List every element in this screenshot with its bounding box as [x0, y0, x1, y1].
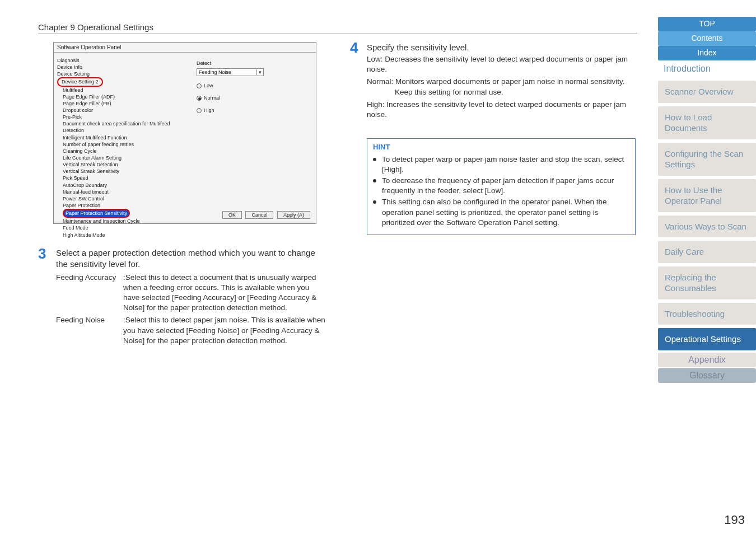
tree-item[interactable]: AutoCrop Boundary — [57, 182, 188, 189]
tree-item[interactable]: Cleaning Cycle — [57, 148, 188, 154]
tree-item-selected[interactable]: Paper Protection Sensitivity — [63, 209, 130, 218]
tree-item[interactable]: Page Edge Filler (ADF) — [57, 93, 188, 100]
radio-low[interactable]: Low — [197, 83, 310, 88]
normal-label: Normal: — [367, 77, 393, 87]
tree-item[interactable]: Manual-feed timeout — [57, 189, 188, 195]
chevron-down-icon: ▾ — [256, 69, 262, 75]
tree-device-info: Device Info — [57, 64, 188, 71]
tree-item[interactable]: Power SW Control — [57, 195, 188, 202]
settings-tree: Diagnosis Device Info Device Setting Dev… — [54, 53, 191, 201]
tree-item[interactable]: Multifeed — [57, 87, 188, 93]
apply-button[interactable]: Apply (A) — [277, 211, 310, 219]
nav-operator-panel[interactable]: How to Use the Operator Panel — [658, 179, 756, 212]
nav-glossary[interactable]: Glossary — [658, 368, 756, 383]
tree-item[interactable]: Dropout color — [57, 107, 188, 114]
radio-normal[interactable]: Normal — [197, 95, 310, 101]
software-operation-panel-dialog: Software Operation Panel Diagnosis Devic… — [53, 42, 316, 224]
nav-introduction[interactable]: Introduction — [658, 60, 756, 77]
dialog-title: Software Operation Panel — [54, 43, 316, 53]
nav-top[interactable]: TOP — [658, 17, 756, 31]
tree-device-setting-2[interactable]: Device Setting 2 — [57, 77, 103, 86]
term-feeding-noise: Feeding Noise — [56, 315, 123, 346]
radio-high-label: High — [204, 107, 214, 113]
dialog-right-pane: Detect Feeding Noise ▾ Low Normal High — [191, 53, 316, 201]
step-4-body: Specify the sensitivity level. Low: Decr… — [367, 43, 636, 120]
hint-box: HINT To detect paper warp or paper jam n… — [367, 138, 636, 235]
term-feeding-accuracy: Feeding Accuracy — [56, 273, 123, 313]
tree-item[interactable]: Life Counter Alarm Setting — [57, 154, 188, 161]
nav-contents[interactable]: Contents — [658, 31, 756, 46]
tree-item[interactable]: Pick Speed — [57, 175, 188, 181]
nav-scanner-overview[interactable]: Scanner Overview — [658, 81, 756, 103]
nav-how-to-load[interactable]: How to Load Documents — [658, 106, 756, 139]
nav-various-ways[interactable]: Various Ways to Scan — [658, 216, 756, 238]
step-4-lead: Specify the sensitivity level. — [367, 43, 636, 52]
tree-item[interactable]: Document check area specification for Mu… — [57, 120, 188, 134]
nav-appendix[interactable]: Appendix — [658, 353, 756, 367]
radio-low-label: Low — [204, 83, 213, 88]
page-number: 193 — [724, 513, 745, 527]
tree-item[interactable]: High Altitude Mode — [57, 232, 188, 238]
step-4-number: 4 — [350, 39, 358, 57]
nav-replacing-consumables[interactable]: Replacing the Consumables — [658, 266, 756, 299]
nav-operational-settings[interactable]: Operational Settings — [658, 328, 756, 350]
hint-bullet: To detect paper warp or paper jam noise … — [373, 154, 629, 175]
tree-item[interactable]: Feed Mode — [57, 224, 188, 231]
step-3-lead: Select a paper protection detection meth… — [56, 247, 328, 270]
normal-extra: Keep this setting for normal use. — [367, 87, 636, 97]
tree-diagnosis: Diagnosis — [57, 57, 188, 64]
nav-daily-care[interactable]: Daily Care — [658, 241, 756, 263]
nav-configuring-scan[interactable]: Configuring the Scan Settings — [658, 143, 756, 176]
radio-high[interactable]: High — [197, 107, 310, 113]
tree-item[interactable]: Vertical Streak Sensitivity — [57, 168, 188, 175]
text-feeding-accuracy: :Select this to detect a document that i… — [123, 273, 328, 313]
nav-troubleshooting[interactable]: Troubleshooting — [658, 303, 756, 325]
step-3-number: 3 — [38, 245, 46, 263]
detect-select-value: Feeding Noise — [199, 69, 231, 75]
nav-index[interactable]: Index — [658, 46, 756, 60]
tree-device-setting: Device Setting — [57, 71, 188, 77]
sidebar-nav: TOP Contents Index Introduction Scanner … — [658, 17, 756, 383]
cancel-button[interactable]: Cancel — [245, 211, 273, 219]
low-label: Low: — [367, 54, 383, 64]
detect-label: Detect — [197, 60, 310, 66]
chapter-underline — [38, 34, 637, 34]
hint-bullet: To decrease the frequency of paper jam d… — [373, 176, 629, 196]
normal-text: Monitors warped documents or paper jam n… — [395, 77, 624, 86]
chapter-title: Chapter 9 Operational Settings — [38, 22, 153, 32]
low-text: Decreases the sensitivity level to detec… — [367, 55, 628, 73]
tree-item[interactable]: Vertical Streak Detection — [57, 161, 188, 168]
tree-item[interactable]: Paper Protection — [57, 202, 188, 209]
tree-item[interactable]: Number of paper feeding retries — [57, 141, 188, 148]
text-feeding-noise: :Select this to detect paper jam noise. … — [123, 315, 328, 346]
radio-normal-label: Normal — [204, 95, 220, 101]
ok-button[interactable]: OK — [222, 211, 242, 219]
tree-item[interactable]: Page Edge Filler (FB) — [57, 100, 188, 107]
hint-bullet: This setting can also be configured in t… — [373, 197, 629, 228]
tree-item[interactable]: Pre-Pick — [57, 114, 188, 120]
step-3-body: Select a paper protection detection meth… — [56, 247, 328, 346]
high-label: High: — [367, 100, 385, 110]
tree-item[interactable]: Intelligent Multifeed Function — [57, 134, 188, 141]
hint-title: HINT — [373, 142, 629, 152]
detect-select[interactable]: Feeding Noise ▾ — [197, 68, 264, 76]
high-text: Increases the sensitivity level to detec… — [367, 100, 626, 119]
tree-item[interactable]: Maintenance and Inspection Cycle — [57, 218, 188, 224]
